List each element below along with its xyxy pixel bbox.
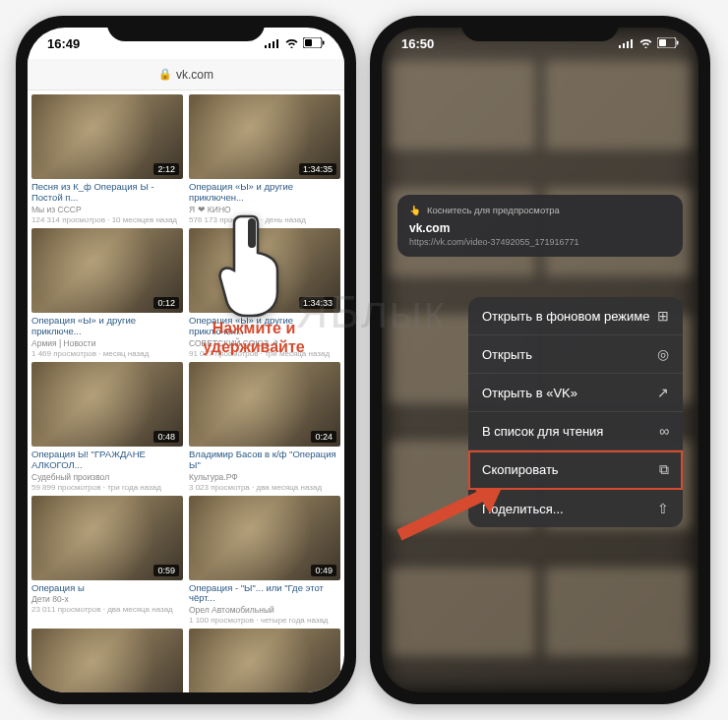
status-bar: 16:49 bbox=[28, 28, 344, 59]
video-meta: 124 314 просмотров · 10 месяцев назад bbox=[31, 215, 183, 224]
address-bar[interactable]: 🔒 vk.com bbox=[28, 59, 344, 90]
hand-tap-icon: 👆 bbox=[409, 205, 421, 215]
svg-rect-8 bbox=[623, 43, 625, 48]
video-card[interactable]: 0:12 Операция «Ы» и другие приключе... А… bbox=[31, 228, 183, 358]
screen-right: 16:50 👆Коснитесь для предпросмотра vk.co… bbox=[382, 28, 698, 692]
svg-rect-0 bbox=[265, 45, 267, 48]
video-title[interactable]: Песня из К_ф Операция Ы - Постой п... bbox=[31, 182, 183, 204]
wifi-icon bbox=[638, 36, 653, 51]
video-thumbnail[interactable]: 0:24 bbox=[189, 362, 340, 447]
video-title[interactable]: Операция «Ы» и другие приключен... bbox=[189, 316, 340, 337]
status-icons bbox=[265, 36, 325, 51]
menu-item-icon: ∞ bbox=[659, 423, 669, 439]
video-thumbnail[interactable]: 0:49 bbox=[189, 496, 340, 580]
svg-rect-10 bbox=[631, 39, 633, 48]
video-channel[interactable]: Орел Автомобильный bbox=[189, 605, 340, 615]
video-meta: 59 899 просмотров · три года назад bbox=[31, 483, 183, 492]
video-card[interactable]: 0:59 Операция ы Дети 80-х 23 011 просмот… bbox=[31, 496, 183, 626]
video-thumbnail[interactable]: 0:12 bbox=[189, 629, 340, 692]
menu-item[interactable]: Открыть в «VK»↗ bbox=[468, 374, 683, 412]
video-duration: 0:48 bbox=[153, 431, 179, 443]
video-title[interactable]: Операция «Ы» и другие приключен... bbox=[189, 182, 340, 204]
video-channel[interactable]: СОВЕТСКИЙ СОЮЗ ☭ bbox=[189, 338, 340, 348]
signal-icon bbox=[265, 36, 280, 51]
menu-item-label: Скопировать bbox=[482, 462, 559, 477]
video-grid: 2:12 Песня из К_ф Операция Ы - Постой п.… bbox=[28, 90, 344, 692]
video-channel[interactable]: Культура.РФ bbox=[189, 472, 340, 482]
video-card[interactable]: 1:00 Операция "Ы" татарча Иң шәп татарча… bbox=[31, 629, 183, 692]
phone-right: 16:50 👆Коснитесь для предпросмотра vk.co… bbox=[370, 16, 710, 704]
menu-item[interactable]: Скопировать⧉ bbox=[468, 450, 683, 490]
url-text: vk.com bbox=[176, 68, 213, 82]
video-meta: 3 023 просмотра · два месяца назад bbox=[189, 483, 340, 492]
video-channel[interactable]: Армия | Новости bbox=[31, 338, 183, 348]
video-channel[interactable]: Судебный произвол bbox=[31, 472, 183, 482]
video-channel[interactable]: Я ❤ КИНО bbox=[189, 205, 340, 214]
video-card[interactable]: 2:12 Песня из К_ф Операция Ы - Постой п.… bbox=[31, 94, 183, 224]
video-title[interactable]: Операция - "Ы"... или "Где этот чёрт... bbox=[189, 583, 340, 605]
video-thumbnail[interactable]: 1:34:33 bbox=[189, 228, 340, 313]
video-duration: 0:12 bbox=[153, 297, 179, 309]
menu-item[interactable]: Открыть◎ bbox=[468, 335, 683, 374]
status-bar: 16:50 bbox=[382, 28, 698, 59]
clock: 16:50 bbox=[401, 36, 434, 51]
video-channel[interactable]: Дети 80-х bbox=[31, 594, 183, 604]
svg-rect-3 bbox=[276, 39, 278, 48]
menu-item-icon: ⊞ bbox=[657, 308, 669, 324]
svg-rect-12 bbox=[659, 39, 666, 46]
menu-item-icon: ↗ bbox=[657, 385, 669, 400]
video-meta: 23 011 просмотров · два месяца назад bbox=[31, 605, 183, 614]
video-thumbnail[interactable]: 2:12 bbox=[31, 94, 183, 179]
video-card[interactable]: 0:24 Владимир Басов в к/ф "Операция Ы" К… bbox=[189, 362, 340, 492]
link-preview-card[interactable]: 👆Коснитесь для предпросмотра vk.com http… bbox=[397, 195, 683, 257]
video-thumbnail[interactable]: 0:48 bbox=[31, 362, 183, 447]
video-card[interactable]: 0:48 Операция Ы! "ГРАЖДАНЕ АЛКОГОЛ... Су… bbox=[31, 362, 183, 492]
preview-hint: Коснитесь для предпросмотра bbox=[427, 205, 560, 215]
video-meta: 1 469 просмотров · месяц назад bbox=[31, 349, 183, 358]
menu-item-icon: ◎ bbox=[657, 346, 669, 362]
video-duration: 2:12 bbox=[153, 163, 179, 175]
preview-url: https://vk.com/video-37492055_171916771 bbox=[409, 237, 671, 247]
video-title[interactable]: Операция ы bbox=[31, 583, 183, 594]
svg-rect-6 bbox=[323, 40, 325, 44]
video-title[interactable]: Операция «Ы» и другие приключе... bbox=[31, 316, 183, 337]
video-meta: 1 100 просмотров · четыре года назад bbox=[189, 616, 340, 625]
svg-rect-5 bbox=[305, 39, 312, 46]
video-thumbnail[interactable]: 1:34:35 bbox=[189, 94, 340, 179]
status-icons bbox=[619, 36, 679, 51]
video-thumbnail[interactable]: 0:12 bbox=[31, 228, 183, 313]
video-card[interactable]: 0:49 Операция - "Ы"... или "Где этот чёр… bbox=[189, 496, 340, 626]
video-card[interactable]: 1:34:33 Операция «Ы» и другие приключен.… bbox=[189, 228, 340, 358]
video-duration: 0:24 bbox=[311, 431, 336, 443]
video-thumbnail[interactable]: 1:00 bbox=[31, 629, 183, 692]
menu-item[interactable]: В список для чтения∞ bbox=[468, 412, 683, 450]
svg-rect-2 bbox=[273, 41, 274, 48]
video-card[interactable]: 0:12 Отрывок из к/ф "Операция Ы и други.… bbox=[189, 629, 340, 692]
video-channel[interactable]: Мы из СССР bbox=[31, 205, 183, 214]
video-duration: 0:59 bbox=[153, 565, 179, 576]
video-card[interactable]: 1:34:35 Операция «Ы» и другие приключен.… bbox=[189, 94, 340, 224]
video-duration: 1:34:35 bbox=[299, 163, 336, 175]
screen-left: 16:49 🔒 vk.com 2:12 Песня из К_ф Операци… bbox=[28, 28, 344, 692]
menu-item-icon: ⧉ bbox=[659, 461, 669, 478]
svg-rect-1 bbox=[269, 43, 271, 48]
menu-item[interactable]: Поделиться...⇧ bbox=[468, 490, 683, 527]
menu-item[interactable]: Открыть в фоновом режиме⊞ bbox=[468, 297, 683, 335]
context-menu: Открыть в фоновом режиме⊞Открыть◎Открыть… bbox=[468, 297, 683, 527]
svg-rect-9 bbox=[627, 41, 629, 48]
lock-icon: 🔒 bbox=[158, 68, 172, 81]
video-title[interactable]: Операция Ы! "ГРАЖДАНЕ АЛКОГОЛ... bbox=[31, 450, 183, 471]
svg-rect-13 bbox=[677, 40, 679, 44]
menu-item-icon: ⇧ bbox=[657, 501, 669, 516]
menu-item-label: Открыть в фоновом режиме bbox=[482, 309, 650, 324]
signal-icon bbox=[619, 36, 635, 51]
svg-rect-7 bbox=[619, 45, 621, 48]
video-duration: 1:34:33 bbox=[299, 297, 336, 309]
video-meta: 91 027 просмотров · три месяца назад bbox=[189, 349, 340, 358]
menu-item-label: Поделиться... bbox=[482, 502, 564, 516]
menu-item-label: В список для чтения bbox=[482, 424, 603, 439]
video-title[interactable]: Владимир Басов в к/ф "Операция Ы" bbox=[189, 450, 340, 471]
battery-icon bbox=[657, 36, 679, 51]
video-thumbnail[interactable]: 0:59 bbox=[31, 496, 183, 580]
menu-item-label: Открыть bbox=[482, 347, 532, 362]
